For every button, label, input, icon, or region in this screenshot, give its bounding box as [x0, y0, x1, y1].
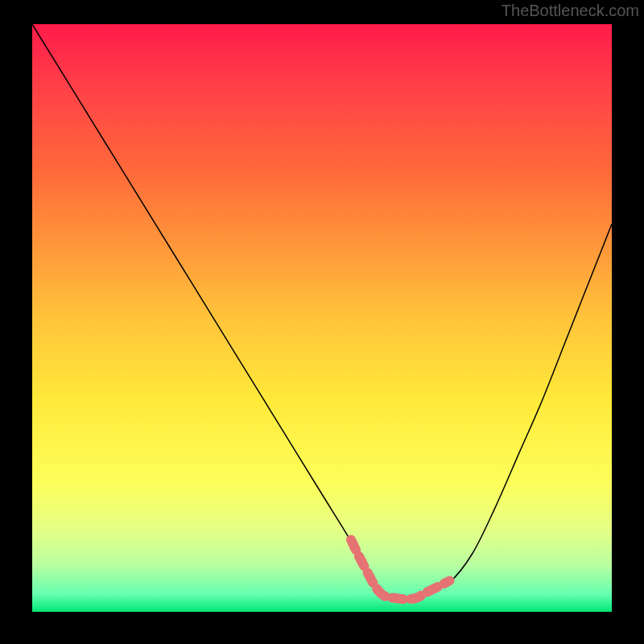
optimal-range-marker	[351, 539, 449, 599]
plot-area	[32, 24, 612, 612]
bottleneck-curve	[32, 24, 612, 601]
chart-frame: TheBottleneck.com	[0, 0, 644, 644]
curve-svg	[32, 24, 612, 612]
watermark-text: TheBottleneck.com	[502, 2, 639, 20]
